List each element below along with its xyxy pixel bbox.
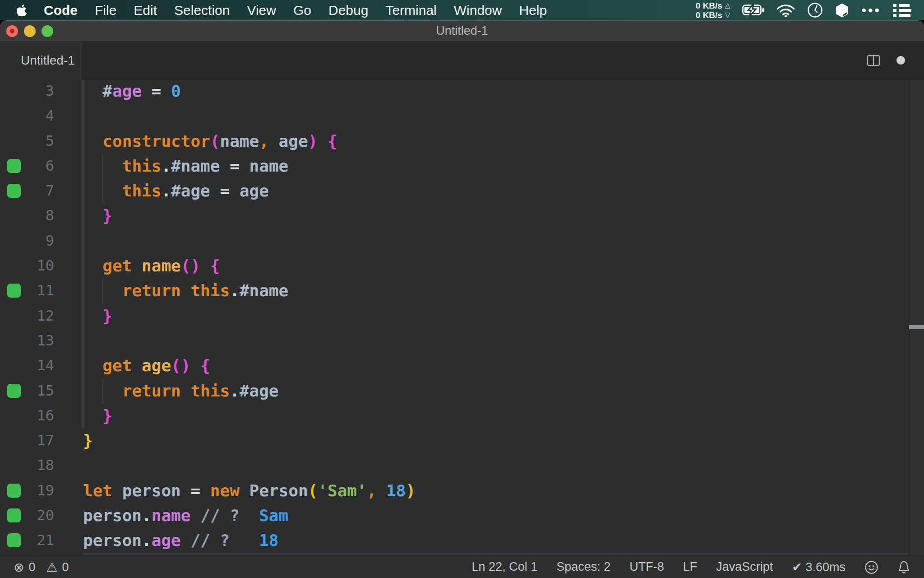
code-line-18[interactable]: 18: [0, 453, 924, 478]
line-content: }: [83, 428, 93, 453]
line-content: }: [83, 303, 112, 328]
line-content: person.age // ? 18: [83, 528, 279, 553]
code-line-19[interactable]: 19let person = new Person('Sam', 18): [0, 478, 924, 503]
menu-item-file[interactable]: File: [86, 3, 125, 18]
menu-item-window[interactable]: Window: [445, 3, 511, 18]
code-line-9[interactable]: 9: [0, 228, 924, 253]
clock-icon[interactable]: [807, 2, 823, 18]
line-number[interactable]: 18: [0, 453, 54, 478]
line-content: return this.#name: [83, 278, 288, 303]
warning-icon: ⚠: [46, 560, 58, 575]
line-content: }: [83, 203, 112, 228]
overview-ruler-marker: [909, 325, 924, 329]
line-content: get name() {: [83, 253, 220, 278]
status-indentation[interactable]: Spaces: 2: [556, 560, 610, 574]
tab-untitled-1[interactable]: Untitled-1: [0, 41, 81, 79]
status-cursor-position[interactable]: Ln 22, Col 1: [472, 560, 538, 574]
line-number[interactable]: 4: [0, 103, 54, 128]
menu-bar-status-items: 0 KB/s△ 0 KB/s▽: [696, 0, 911, 20]
battery-icon[interactable]: [742, 4, 764, 16]
status-quokka-time[interactable]: ✔ 3.60ms: [792, 560, 845, 574]
code-line-21[interactable]: 21person.age // ? 18: [0, 528, 924, 553]
code-line-7[interactable]: 7 this.#age = age: [0, 178, 924, 203]
code-line-11[interactable]: 11 return this.#name: [0, 278, 924, 303]
line-number[interactable]: 6: [0, 154, 54, 178]
code-line-13[interactable]: 13: [0, 328, 924, 353]
split-editor-icon[interactable]: [867, 54, 880, 67]
status-encoding[interactable]: UTF-8: [629, 560, 664, 574]
line-number[interactable]: 5: [0, 129, 54, 154]
line-number[interactable]: 14: [0, 353, 54, 378]
line-number[interactable]: 15: [0, 378, 54, 403]
code-line-17[interactable]: 17}: [0, 428, 924, 453]
line-number[interactable]: 11: [0, 278, 54, 303]
line-number[interactable]: 19: [0, 478, 54, 503]
line-number[interactable]: 21: [0, 528, 54, 553]
code-line-12[interactable]: 12 }: [0, 303, 924, 328]
line-number[interactable]: 16: [0, 403, 54, 428]
upload-speed: 0 KB/s: [696, 1, 722, 10]
down-triangle-icon: ▽: [725, 10, 730, 20]
code-line-16[interactable]: 16 }: [0, 403, 924, 428]
warning-count: 0: [62, 560, 69, 574]
code-line-14[interactable]: 14 get age() {: [0, 353, 924, 378]
code-line-15[interactable]: 15 return this.#age: [0, 378, 924, 403]
feedback-smiley-icon[interactable]: [864, 560, 878, 574]
download-speed: 0 KB/s: [696, 10, 722, 20]
menu-item-edit[interactable]: Edit: [125, 3, 166, 18]
line-number[interactable]: 9: [0, 228, 54, 253]
cube-app-icon[interactable]: [835, 3, 849, 18]
menu-item-view[interactable]: View: [238, 3, 284, 18]
ellipsis-menu-icon[interactable]: •••: [861, 0, 881, 20]
tab-bar: Untitled-1: [0, 41, 924, 79]
title-bar[interactable]: Untitled-1: [0, 21, 924, 41]
status-eol[interactable]: LF: [683, 560, 698, 574]
wifi-icon[interactable]: [776, 4, 795, 17]
notifications-bell-icon[interactable]: [897, 560, 910, 574]
apple-menu[interactable]: [16, 4, 27, 17]
window-title: Untitled-1: [0, 21, 924, 41]
code-line-5[interactable]: 5 constructor(name, age) {: [0, 129, 924, 154]
screen: CodeFileEditSelectionViewGoDebugTerminal…: [0, 0, 924, 578]
menu-item-debug[interactable]: Debug: [320, 3, 377, 18]
line-number[interactable]: 3: [0, 79, 54, 103]
line-number[interactable]: 17: [0, 428, 54, 453]
vscode-window: Untitled-1 Untitled-1 3 #age = 0: [0, 20, 924, 578]
network-speed-indicator[interactable]: 0 KB/s△ 0 KB/s▽: [696, 1, 730, 20]
code-line-4[interactable]: 4: [0, 103, 924, 128]
scrollbar-track[interactable]: [909, 79, 924, 556]
code-line-8[interactable]: 8 }: [0, 203, 924, 228]
up-triangle-icon: △: [725, 1, 730, 10]
line-number[interactable]: 20: [0, 503, 54, 528]
line-number[interactable]: 8: [0, 203, 54, 228]
code-line-10[interactable]: 10 get name() {: [0, 253, 924, 278]
code-editor[interactable]: 3 #age = 045 constructor(name, age) {6 t…: [0, 79, 924, 556]
menu-item-code[interactable]: Code: [35, 3, 86, 18]
apple-logo-icon: [16, 4, 27, 17]
menu-item-terminal[interactable]: Terminal: [377, 3, 445, 18]
problems-indicator[interactable]: ⊗ 0 ⚠ 0: [14, 560, 75, 575]
code-line-20[interactable]: 20person.name // ? Sam: [0, 503, 924, 528]
list-menu-icon[interactable]: [893, 4, 911, 17]
line-content: #age = 0: [83, 79, 181, 103]
line-content: constructor(name, age) {: [83, 129, 337, 154]
code-line-6[interactable]: 6 this.#name = name: [0, 154, 924, 178]
line-number[interactable]: 12: [0, 303, 54, 328]
line-content: this.#name = name: [83, 154, 288, 178]
line-content: this.#age = age: [83, 178, 269, 203]
tab-label: Untitled-1: [21, 53, 75, 68]
line-content: }: [83, 403, 112, 428]
menu-item-selection[interactable]: Selection: [166, 3, 238, 18]
code-lines: 3 #age = 045 constructor(name, age) {6 t…: [0, 79, 924, 556]
line-content: let person = new Person('Sam', 18): [83, 478, 416, 503]
line-number[interactable]: 7: [0, 178, 54, 203]
error-icon: ⊗: [14, 560, 24, 575]
code-line-3[interactable]: 3 #age = 0: [0, 79, 924, 103]
line-number[interactable]: 10: [0, 253, 54, 278]
menu-item-go[interactable]: Go: [285, 3, 320, 18]
line-number[interactable]: 13: [0, 328, 54, 353]
unsaved-changes-dot[interactable]: [896, 56, 905, 65]
menu-item-help[interactable]: Help: [510, 3, 555, 18]
editor-actions: [867, 41, 924, 79]
status-language-mode[interactable]: JavaScript: [716, 560, 773, 574]
